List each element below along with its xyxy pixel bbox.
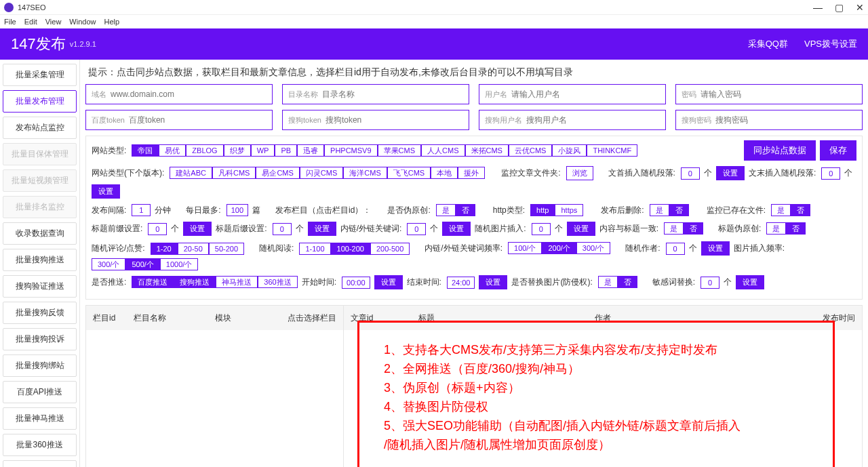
randauthor-set[interactable]: 设置	[701, 241, 730, 256]
randimg-set[interactable]: 设置	[567, 222, 595, 236]
linkfreq-opt-0[interactable]: 100/个	[508, 242, 542, 254]
fakeorig-opt-1[interactable]: 否	[456, 204, 475, 216]
title-suffix-val[interactable]: 0	[273, 223, 292, 235]
httptype-opt-1[interactable]: https	[555, 204, 583, 216]
sidebar-item-0[interactable]: 批量采集管理	[3, 64, 77, 86]
input-field-1-0[interactable]	[111, 89, 267, 99]
sidebar-item-6[interactable]: 收录数据查询	[3, 222, 77, 245]
sidebar-item-2[interactable]: 发布站点监控	[3, 117, 77, 139]
sensreplace-set[interactable]: 设置	[736, 275, 764, 289]
sitetype2-tag-0[interactable]: 建站ABC	[170, 167, 212, 179]
titlefake-opt-1[interactable]: 否	[786, 222, 806, 235]
save-button[interactable]: 保存	[820, 140, 856, 161]
menu-view[interactable]: View	[45, 18, 62, 26]
push-opt-0[interactable]: 百度推送	[132, 276, 174, 288]
delafter-opt-0[interactable]: 是	[650, 204, 669, 216]
replaceimg-opt-0[interactable]: 是	[598, 276, 618, 288]
randcomment-opt-2[interactable]: 50-200	[209, 243, 244, 255]
title-prefix-set[interactable]: 设置	[183, 222, 212, 236]
sitetype2-tag-3[interactable]: 闪灵CMS	[300, 167, 343, 179]
linkkw-val[interactable]: 0	[407, 223, 426, 235]
sidebar-item-13[interactable]: 批量神马推送	[3, 407, 77, 430]
input-field-1-3[interactable]	[701, 89, 856, 99]
header-link-vps[interactable]: VPS拨号设置	[804, 38, 857, 50]
sync-button[interactable]: 同步站点数据	[744, 140, 816, 161]
randauthor-val[interactable]: 0	[666, 243, 685, 255]
maximize-icon[interactable]: ▢	[835, 2, 844, 13]
menu-edit[interactable]: Edit	[24, 18, 37, 26]
browse-button[interactable]: 浏览	[566, 166, 593, 180]
randread-opt-1[interactable]: 100-200	[331, 243, 370, 255]
fakeorig-opt-0[interactable]: 是	[436, 204, 456, 216]
sitetype-tag-2[interactable]: ZBLOG	[186, 144, 223, 157]
linkkw-set[interactable]: 设置	[442, 222, 471, 236]
sidebar-item-7[interactable]: 批量搜狗推送	[3, 249, 77, 271]
sitetype-tag-11[interactable]: 云优CMS	[509, 144, 552, 157]
menu-help[interactable]: Help	[104, 18, 119, 26]
randread-opt-2[interactable]: 200-500	[370, 243, 410, 255]
sitetype-tag-0[interactable]: 帝国	[132, 144, 159, 157]
linkfreq-opt-2[interactable]: 300/个	[576, 242, 610, 254]
minimize-icon[interactable]: —	[813, 2, 823, 13]
sitetype-tag-1[interactable]: 易优	[159, 144, 186, 157]
starttime-val[interactable]: 00:00	[342, 277, 370, 289]
header-link-qq[interactable]: 采集QQ群	[748, 38, 788, 50]
sidebar-item-9[interactable]: 批量搜狗反馈	[3, 302, 77, 324]
sidebar-item-1[interactable]: 批量发布管理	[3, 90, 77, 113]
tail-insert-val[interactable]: 0	[821, 167, 840, 180]
input-field-1-2[interactable]	[511, 89, 660, 99]
sidebar-item-8[interactable]: 搜狗验证推送	[3, 275, 77, 298]
sitetype-tag-9[interactable]: 人人CMS	[421, 144, 465, 157]
sensreplace-val[interactable]: 0	[701, 277, 719, 289]
replaceimg-opt-1[interactable]: 否	[618, 276, 637, 288]
sitetype-tag-12[interactable]: 小旋风	[552, 144, 587, 157]
contenttitle-opt-1[interactable]: 否	[684, 222, 703, 235]
sidebar-item-11[interactable]: 批量搜狗绑站	[3, 354, 77, 377]
sidebar-item-10[interactable]: 批量搜狗投诉	[3, 328, 77, 350]
monitorexist-opt-1[interactable]: 否	[791, 204, 810, 216]
sitetype2-tag-5[interactable]: 飞飞CMS	[387, 167, 431, 179]
push-opt-2[interactable]: 神马推送	[216, 276, 258, 288]
monitorexist-opt-0[interactable]: 是	[771, 204, 791, 216]
title-suffix-set[interactable]: 设置	[308, 222, 336, 236]
tail-insert-set[interactable]: 设置	[92, 184, 120, 199]
randcomment-opt-0[interactable]: 1-20	[151, 243, 178, 255]
push-opt-1[interactable]: 搜狗推送	[174, 276, 216, 288]
menu-window[interactable]: Window	[69, 18, 96, 26]
sitetype2-tag-6[interactable]: 本地	[431, 167, 458, 179]
close-icon[interactable]: ✕	[856, 2, 864, 13]
starttime-set[interactable]: 设置	[374, 275, 403, 289]
sitetype-tag-8[interactable]: 苹果CMS	[378, 144, 421, 157]
interval-val[interactable]: 1	[132, 204, 151, 216]
sitetype-tag-10[interactable]: 米拓CMS	[465, 144, 509, 157]
sitetype-tag-6[interactable]: 迅睿	[297, 144, 324, 157]
sitetype2-tag-4[interactable]: 海洋CMS	[343, 167, 387, 179]
title-prefix-val[interactable]: 0	[148, 223, 167, 235]
sidebar-item-15[interactable]: 链接生成工具	[3, 460, 77, 467]
sitetype-tag-7[interactable]: PHPCMSV9	[324, 144, 378, 157]
delafter-opt-1[interactable]: 否	[669, 204, 689, 216]
head-insert-set[interactable]: 设置	[716, 166, 745, 180]
endtime-set[interactable]: 设置	[479, 275, 507, 289]
sitetype2-tag-7[interactable]: 援外	[458, 167, 485, 179]
input-field-1-1[interactable]	[322, 89, 463, 99]
dailymax-val[interactable]: 100	[226, 204, 248, 216]
imgfreq-opt-2[interactable]: 1000/个	[160, 258, 199, 270]
linkfreq-opt-1[interactable]: 200/个	[542, 242, 576, 254]
sitetype-tag-4[interactable]: WP	[251, 144, 275, 157]
sitetype-tag-5[interactable]: PB	[275, 144, 297, 157]
sidebar-item-14[interactable]: 批量360推送	[3, 434, 77, 456]
input-field-2-1[interactable]	[326, 115, 463, 125]
titlefake-opt-0[interactable]: 是	[766, 222, 786, 235]
sitetype2-tag-2[interactable]: 易企CMS	[256, 167, 299, 179]
head-insert-val[interactable]: 0	[681, 167, 700, 180]
contenttitle-opt-0[interactable]: 是	[664, 222, 684, 235]
sitetype2-tag-1[interactable]: 凡科CMS	[212, 167, 256, 179]
randimg-val[interactable]: 0	[532, 223, 551, 235]
input-field-2-0[interactable]	[129, 115, 267, 125]
input-field-2-2[interactable]	[526, 115, 660, 125]
randread-opt-0[interactable]: 1-100	[299, 243, 330, 255]
sitetype-tag-3[interactable]: 织梦	[224, 144, 251, 157]
input-field-2-3[interactable]	[715, 115, 856, 125]
push-opt-3[interactable]: 360推送	[258, 276, 297, 288]
